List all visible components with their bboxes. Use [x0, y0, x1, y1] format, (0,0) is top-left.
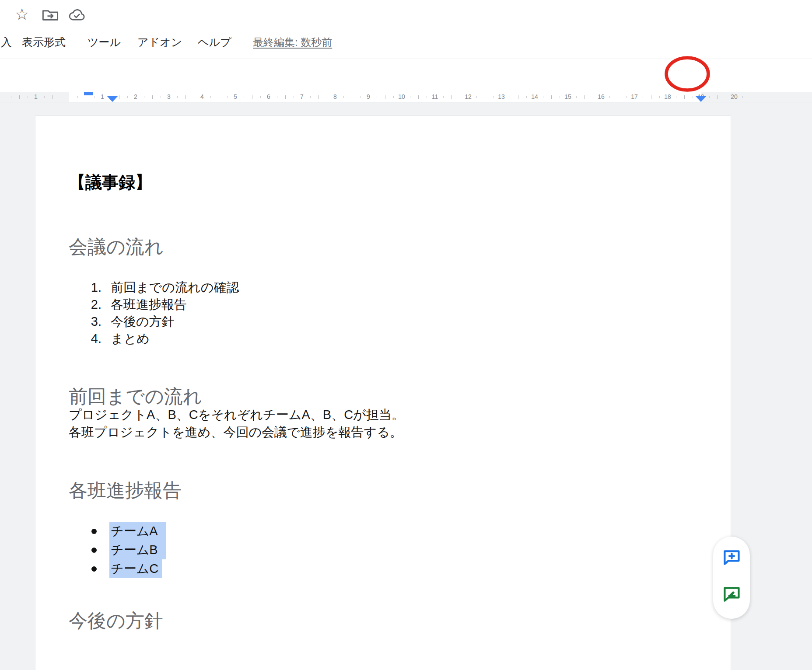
ruler-tick — [285, 95, 286, 99]
ruler-tick — [593, 96, 593, 98]
ruler-number: 7 — [300, 93, 304, 100]
move-folder-icon[interactable] — [42, 8, 59, 24]
ruler-tick — [343, 96, 344, 98]
list-number: 2. — [86, 296, 102, 313]
ruler-tick — [219, 95, 219, 99]
ruler-tick — [709, 96, 710, 98]
bullet-icon — [91, 529, 97, 534]
ruler-number: 6 — [267, 93, 270, 100]
list-number: 3. — [86, 313, 102, 330]
ruler-number: 20 — [731, 93, 738, 100]
menu-insert-partial[interactable]: 入 — [1, 35, 12, 49]
ruler: 12345678910111213141516171819201 — [0, 92, 812, 102]
selected-text: チームC — [109, 559, 162, 578]
ruler-tick — [186, 95, 186, 99]
add-comment-side-button[interactable] — [722, 548, 741, 567]
ruler-tick — [460, 96, 460, 98]
ruler-tick — [659, 96, 660, 98]
ruler-tick — [560, 96, 560, 98]
ruler-tick — [718, 95, 718, 99]
ruler-tick — [260, 96, 261, 98]
ruler-tick — [584, 95, 585, 99]
ruler-tick — [61, 96, 61, 98]
list-number: 1. — [86, 279, 102, 296]
selected-text: チームA — [109, 522, 166, 541]
ruler-tick — [493, 96, 494, 98]
ruler-tick — [676, 96, 676, 98]
ruler-tick — [452, 95, 452, 99]
ruler-tick — [684, 95, 685, 99]
ruler-tick — [152, 95, 153, 99]
ruler-tick — [427, 96, 427, 98]
heading-progress-report[interactable]: 各班進捗報告 — [69, 478, 182, 503]
ruler-number: 15 — [564, 93, 571, 100]
ruler-tick — [385, 95, 385, 99]
ruler-tick — [210, 96, 211, 98]
ruler-number: 16 — [598, 93, 605, 100]
ruler-tick — [294, 96, 294, 98]
doc-title-line[interactable]: 【議事録】 — [69, 171, 152, 194]
ruler-tick — [510, 96, 510, 98]
ruler-number: 11 — [432, 93, 438, 100]
ruler-tick — [360, 96, 360, 98]
ruler-tick — [28, 96, 28, 98]
ruler-tick — [244, 96, 244, 98]
ruler-tick — [410, 96, 410, 98]
right-indent-marker[interactable] — [695, 96, 707, 102]
ruler-tick — [751, 95, 751, 99]
menu-tools[interactable]: ツール — [88, 35, 121, 49]
google-docs-window: ☆ 入 表示形式 ツール アドオン ヘルプ 最終編集: 数秒前 標準テキス...… — [0, 0, 812, 670]
ruler-tick — [194, 96, 194, 98]
toolbar: 標準テキス... Arial − 11 + B I U A — [0, 59, 812, 92]
ruler-tick — [518, 95, 518, 99]
suggest-edits-button[interactable] — [722, 585, 741, 604]
paragraph-line[interactable]: 各班プロジェクトを進め、今回の会議で進捗を報告する。 — [69, 423, 402, 441]
suggest-edits-icon — [722, 585, 741, 604]
ruler-number: 14 — [531, 93, 538, 100]
ruler-tick — [127, 96, 128, 98]
heading-meeting-flow[interactable]: 会議の流れ — [69, 234, 164, 260]
left-indent-marker[interactable] — [107, 96, 118, 102]
heading-future-policy[interactable]: 今後の方針 — [69, 608, 163, 634]
ruler-number: 4 — [200, 93, 204, 100]
ruler-tick — [177, 96, 178, 98]
ruler-number: 1 — [101, 93, 104, 100]
last-edit-link[interactable]: 最終編集: 数秒前 — [253, 35, 332, 49]
menu-help[interactable]: ヘルプ — [198, 35, 231, 49]
ruler-tick — [144, 96, 144, 98]
ruler-tick — [693, 96, 693, 98]
ruler-tick — [377, 96, 377, 98]
ruler-tick — [327, 96, 327, 98]
ruler-tick — [252, 95, 252, 99]
ruler-tick — [626, 96, 626, 98]
ruler-tick — [526, 96, 527, 98]
ruler-tick — [277, 96, 277, 98]
list-number: 4. — [86, 330, 102, 347]
first-line-indent-marker[interactable] — [84, 92, 93, 95]
ruler-tick — [86, 95, 86, 99]
ruler-number: 10 — [398, 93, 405, 100]
paragraph-line[interactable]: プロジェクトA、B、CをそれぞれチームA、B、Cが担当。 — [69, 406, 404, 423]
ruler-tick — [543, 96, 543, 98]
side-action-pill — [713, 537, 750, 619]
ruler-tick — [418, 95, 419, 99]
bullet-icon — [91, 548, 97, 553]
star-icon[interactable]: ☆ — [15, 5, 29, 24]
cloud-check-icon — [68, 8, 86, 24]
ruler-tick — [618, 95, 618, 99]
ruler-tick — [551, 95, 552, 99]
add-comment-icon — [722, 548, 741, 567]
menu-addons[interactable]: アドオン — [137, 35, 182, 49]
ruler-tick — [11, 96, 11, 98]
bullet-icon — [91, 566, 97, 572]
ruler-number: 12 — [465, 93, 472, 100]
ruler-tick — [393, 96, 394, 98]
ruler-tick — [476, 96, 477, 98]
ruler-tick — [576, 96, 577, 98]
ruler-tick — [52, 95, 53, 99]
menu-format[interactable]: 表示形式 — [22, 35, 66, 49]
ruler-tick — [485, 95, 485, 99]
ruler-number: 1 — [34, 93, 38, 100]
ruler-number: 18 — [664, 93, 671, 100]
ruler-tick — [44, 96, 45, 98]
